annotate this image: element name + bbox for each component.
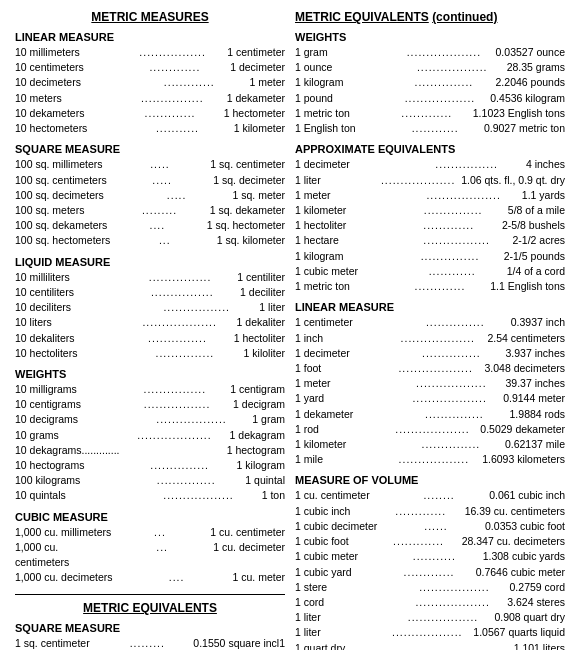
entry-dots: ...............: [399, 346, 503, 361]
entry-dots: ..................: [137, 488, 259, 503]
entry-left: 10 decimeters: [15, 75, 131, 90]
entry-right: 1 meter: [247, 75, 285, 90]
entry-left: 1 foot: [295, 361, 389, 376]
entry-dots: ..................: [133, 412, 251, 427]
entry-left: 100 kilograms: [15, 473, 129, 488]
entry-left: 1 yard: [295, 391, 398, 406]
entry-left: 1 cubic inch: [295, 504, 379, 519]
entry-left: 1 sq. centimeter: [15, 636, 103, 650]
entry-right: 0.908 quart dry: [492, 610, 565, 625]
entry-dots: .............: [384, 565, 473, 580]
entry-dots: ............: [400, 264, 505, 279]
list-item: 100 sq. decimeters.....1 sq. meter: [15, 188, 285, 203]
entry-left: 1 quart dry: [295, 641, 403, 650]
entry-right: 1 sq. meter: [230, 188, 285, 203]
list-item: 1 ounce..................28.35 grams: [295, 60, 565, 75]
subsection-title: SQUARE MEASURE: [15, 622, 285, 634]
list-item: 10 centiliters................1 decilite…: [15, 285, 285, 300]
subsection-title: MEASURE OF VOLUME: [295, 474, 565, 486]
entry-right: 28.35 grams: [505, 60, 565, 75]
entry-left: 10 deciliters: [15, 300, 136, 315]
entry-left: 1 kilogram: [295, 75, 394, 90]
entry-left: 1 gram: [295, 45, 394, 60]
list-item: 1 pound..................0.4536 kilogram: [295, 91, 565, 106]
entry-right: 0.061 cubic inch: [487, 488, 565, 503]
entry-right: 1 decimeter: [228, 60, 285, 75]
list-item: 1 English ton............0.9027 metric t…: [295, 121, 565, 136]
entry-left: 10 hectograms: [15, 458, 125, 473]
entry-right: 1/4 of a cord: [505, 264, 565, 279]
list-item: 100 sq. millimeters.....1 sq. centimeter: [15, 157, 285, 172]
entry-dots: ...: [112, 525, 209, 540]
list-item: 10 deciliters.................1 liter: [15, 300, 285, 315]
list-item: 1 gram...................0.03527 ounce: [295, 45, 565, 60]
list-item: 1 sq. centimeter.........0.1550 square i…: [15, 636, 285, 650]
list-item: 10 millimeters.................1 centime…: [15, 45, 285, 60]
list-item: 100 kilograms...............1 quintal: [15, 473, 285, 488]
entry-dots: ................: [127, 285, 239, 300]
entry-dots: ...............: [123, 331, 231, 346]
entry-dots: .........: [103, 636, 191, 650]
entry-left: 10 meters: [15, 91, 120, 106]
subsection-title: SQUARE MEASURE: [15, 143, 285, 155]
list-item: 1 cubic yard.............0.7646 cubic me…: [295, 565, 565, 580]
entry-left: 1 cu. centimeter: [295, 488, 391, 503]
list-item: 1 meter...................1.1 yards: [295, 188, 565, 203]
entry-right: 1 kilometer: [232, 121, 285, 136]
list-item: 10 centimeters.............1 decimeter: [15, 60, 285, 75]
entry-left: 10 liters: [15, 315, 125, 330]
entry-dots: ...........: [123, 121, 231, 136]
list-item: 100 sq. hectometers...1 sq. kilometer: [15, 233, 285, 248]
entry-left: 10 millimeters: [15, 45, 120, 60]
entry-right: 0.2759 cord: [508, 580, 565, 595]
entry-dots: ............: [388, 121, 481, 136]
entry-right: 28.347 cu. decimeters: [460, 534, 565, 549]
entry-dots: ..................: [388, 452, 481, 467]
left-sections: LINEAR MEASURE10 millimeters............…: [15, 31, 285, 586]
entry-right: 0.9027 metric ton: [482, 121, 565, 136]
entry-dots: ..................: [400, 60, 505, 75]
left-column: METRIC MEASURES LINEAR MEASURE10 millime…: [15, 10, 285, 650]
entry-right: 1 hectogram: [225, 443, 285, 458]
entry-right: 2-1/2 acres: [510, 233, 565, 248]
list-item: 10 hectograms...............1 kilogram: [15, 458, 285, 473]
list-item: 100 sq. dekameters....1 sq. hectometer: [15, 218, 285, 233]
entry-dots: ...: [113, 540, 211, 570]
entry-dots: ...................: [121, 428, 227, 443]
entry-right: 2-5/8 bushels: [500, 218, 565, 233]
entry-right: 3.937 inches: [503, 346, 565, 361]
list-item: 1 cubic meter...........1.308 cubic yard…: [295, 549, 565, 564]
list-item: 10 centigrams.................1 decigram: [15, 397, 285, 412]
entry-dots: ...........: [388, 549, 481, 564]
list-item: 10 hectometers...........1 kilometer: [15, 121, 285, 136]
entry-right: 1 dekagram: [228, 428, 285, 443]
entry-right: 2.54 centimeters: [485, 331, 565, 346]
list-item: 10 hectoliters...............1 kiloliter: [15, 346, 285, 361]
entry-dots: ................: [125, 270, 235, 285]
entry-dots: ................: [120, 91, 225, 106]
entry-right: 1 hectoliter: [232, 331, 285, 346]
entry-right: 0.62137 mile: [503, 437, 565, 452]
entry-left: 10 grams: [15, 428, 121, 443]
subsection-title: CUBIC MEASURE: [15, 511, 285, 523]
list-item: 1 hectoliter.............2-5/8 bushels: [295, 218, 565, 233]
entry-left: 100 sq. dekameters: [15, 218, 110, 233]
list-item: 1 cubic meter............1/4 of a cord: [295, 264, 565, 279]
entry-dots: .............: [397, 218, 499, 233]
entry-right: 1 dekameter: [225, 91, 285, 106]
list-item: 1 foot...................3.048 decimeter…: [295, 361, 565, 376]
entry-left: 1 cubic decimeter: [295, 519, 389, 534]
entry-dots: ...................: [394, 45, 493, 60]
list-item: 1 metric ton.............1.1023 English …: [295, 106, 565, 121]
list-item: 10 decigrams..................1 gram: [15, 412, 285, 427]
entry-left: 10 quintals: [15, 488, 137, 503]
entry-left: 1 liter: [295, 173, 377, 188]
list-item: 1 decimeter................4 inches: [295, 157, 565, 172]
entry-left: 1 stere: [295, 580, 401, 595]
list-item: 1 liter..................0.908 quart dry: [295, 610, 565, 625]
entry-right: 2-1/5 pounds: [502, 249, 565, 264]
list-item: 1 rod...................0.5029 dekameter: [295, 422, 565, 437]
entry-dots: ...................: [387, 422, 479, 437]
list-item: 10 quintals..................1 ton: [15, 488, 285, 503]
entry-dots: ..................: [399, 376, 503, 391]
